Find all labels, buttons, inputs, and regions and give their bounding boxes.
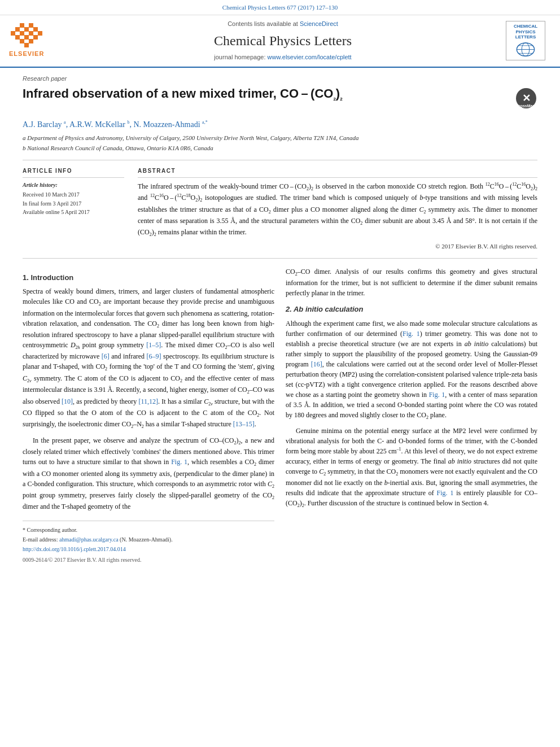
ab-initio-heading: 2. Ab initio calculation [286,304,537,315]
corresponding-author-note: * Corresponding author. [23,526,274,534]
svg-rect-0 [24,43,29,47]
svg-rect-5 [33,35,38,40]
email-name: (N. Moazzen-Ahmadi). [120,536,173,543]
journal-citation-text: Chemical Physics Letters 677 (2017) 127–… [222,4,338,11]
crossmark-icon: ✕ CrossMark [515,87,537,110]
article-info-heading: ARTICLE INFO [23,167,124,178]
svg-text:✕: ✕ [522,93,531,104]
svg-rect-1 [20,39,24,43]
intro-heading: 1. Introduction [23,272,274,283]
journal-citation-bar: Chemical Physics Letters 677 (2017) 127–… [0,0,560,15]
article-meta-row: ARTICLE INFO Article history: Received 1… [23,167,537,251]
elsevier-name-text: ELSEVIER [9,50,44,59]
ref-10-link[interactable]: [10] [62,397,73,405]
article-history-label: Article history: [23,181,124,190]
issn-text: 0009-2614/© 2017 Elsevier B.V. All right… [23,557,141,563]
journal-header: ELSEVIER Contents lists available at Sci… [0,15,560,68]
svg-rect-10 [15,27,20,32]
fig1-link-3[interactable]: Fig. 1 [429,391,445,399]
paper-title: Infrared observation of a new mixed trim… [23,86,506,103]
sciencedirect-line: Contents lists available at ScienceDirec… [228,20,338,29]
final-form-date: In final form 3 April 2017 [23,200,124,208]
ref-13-15-link[interactable]: [13–15] [233,420,255,428]
svg-rect-4 [24,35,29,40]
body-columns: 1. Introduction Spectra of weakly bound … [23,267,537,565]
journal-logo-box: CHEMICALPHYSICSLETTERS [506,21,545,60]
author-list: A.J. Barclay a, A.R.W. McKellar b, N. Mo… [23,119,537,130]
svg-rect-11 [24,27,29,32]
corresponding-text: * Corresponding author. [23,527,77,533]
right-para-3: Genuine minima on the potential energy s… [286,426,537,510]
svg-rect-12 [33,27,38,32]
paper-type-label: Research paper [23,75,537,84]
elsevier-tree-icon [10,23,43,49]
right-para-2: Although the experiment came first, we a… [286,318,537,421]
elsevier-logo-area: ELSEVIER [9,20,60,62]
right-para-1: CO2–CO dimer. Analysis of our results co… [286,267,537,298]
paper-title-area: Infrared observation of a new mixed trim… [23,86,537,114]
header-divider [23,160,537,160]
doi-link[interactable]: http://dx.doi.org/10.1016/j.cplett.2017.… [23,546,126,552]
main-content: Research paper Infrared observation of a… [0,68,560,576]
svg-rect-9 [38,31,42,36]
journal-homepage-line: journal homepage: www.elsevier.com/locat… [214,53,351,62]
issn-line: 0009-2614/© 2017 Elsevier B.V. All right… [23,556,274,564]
received-date: Received 10 March 2017 [23,191,124,199]
article-info-column: ARTICLE INFO Article history: Received 1… [23,167,124,251]
sciencedirect-link[interactable]: ScienceDirect [300,20,338,27]
abstract-column: ABSTRACT The infrared spectrum of the we… [138,167,537,251]
crossmark-area: ✕ CrossMark [515,87,537,114]
journal-name: Chemical Physics Letters [214,31,352,51]
email-line: E-mail address: ahmadi@phas.ucalgary.ca … [23,535,274,544]
doi-line: http://dx.doi.org/10.1016/j.cplett.2017.… [23,545,274,553]
fig1-link-2[interactable]: Fig. 1 [403,330,420,338]
svg-rect-2 [29,39,33,43]
elsevier-logo: ELSEVIER [9,23,44,59]
email-label: E-mail address: [23,536,58,543]
ref-1-5-link[interactable]: [1–5] [146,341,161,349]
ref-6-9-link[interactable]: [6–9] [147,352,161,360]
affiliation-a: a Department of Physics and Astronomy, U… [23,134,537,143]
intro-para-2: In the present paper, we observe and ana… [23,435,274,512]
fig1-link-1[interactable]: Fig. 1 [171,458,187,466]
abstract-text: The infrared spectrum of the weakly-boun… [138,181,537,239]
ref-6-link[interactable]: [6] [102,352,110,360]
intro-para-1: Spectra of weakly bound dimers, trimers,… [23,286,274,431]
ref-16-link[interactable]: [16] [311,360,322,368]
email-link[interactable]: ahmadi@phas.ucalgary.ca [59,536,119,543]
journal-logo-area: CHEMICALPHYSICSLETTERS [506,20,551,62]
available-online-date: Available online 5 April 2017 [23,208,124,217]
body-divider [23,258,537,259]
fig1-link-4[interactable]: Fig. 1 [437,489,454,497]
journal-title-area: Contents lists available at ScienceDirec… [67,20,499,62]
svg-rect-7 [20,31,24,36]
svg-rect-6 [11,31,15,36]
svg-rect-13 [20,23,24,28]
ref-11-12-link[interactable]: [11,12] [139,397,159,405]
svg-rect-3 [15,35,20,40]
journal-globe-icon [514,41,537,58]
body-left-column: 1. Introduction Spectra of weakly bound … [23,267,274,565]
copyright-line: © 2017 Elsevier B.V. All rights reserved… [138,242,537,251]
svg-rect-14 [29,23,33,28]
page-footer: * Corresponding author. E-mail address: … [23,521,274,564]
body-right-column: CO2–CO dimer. Analysis of our results co… [286,267,537,565]
svg-text:CrossMark: CrossMark [516,104,536,108]
contents-available-text: Contents lists available at [228,20,298,27]
affiliation-b: b National Research Council of Canada, O… [23,144,537,153]
svg-rect-8 [29,31,33,36]
homepage-url-link[interactable]: www.elsevier.com/locate/cplett [268,54,352,60]
abstract-heading: ABSTRACT [138,167,537,178]
homepage-label: journal homepage: [214,54,265,60]
journal-logo-title: CHEMICALPHYSICSLETTERS [514,24,537,40]
